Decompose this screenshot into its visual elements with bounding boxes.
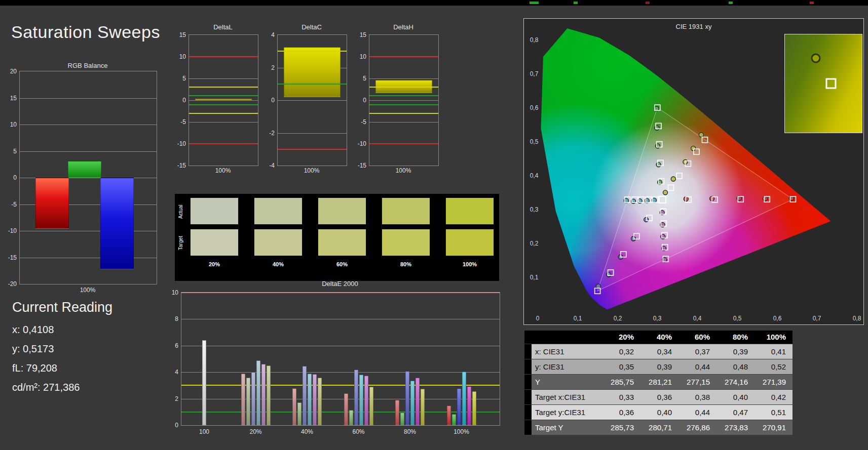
table-cell: 0,41 bbox=[754, 344, 792, 359]
table-cell: 0,36 bbox=[640, 390, 678, 404]
swatch-column-label: 100% bbox=[445, 261, 494, 267]
current-reading-x: x: 0,4108 bbox=[12, 324, 54, 336]
y-tick-label: 15 bbox=[353, 31, 366, 38]
deltae-bar bbox=[359, 375, 363, 425]
grid-line bbox=[181, 372, 500, 373]
deltae-bar bbox=[251, 372, 255, 425]
table-row: y: CIE310,350,390,440,480,52 bbox=[524, 359, 793, 375]
delta-c-plot: -4-2024 bbox=[277, 34, 347, 166]
deltae-bar bbox=[292, 388, 296, 425]
table-cell: 0,39 bbox=[640, 359, 678, 374]
y-tick-label: -5 bbox=[4, 201, 17, 208]
measured-point bbox=[763, 196, 767, 201]
y-tick-label: 0 bbox=[173, 97, 186, 104]
inset-measured-marker bbox=[811, 53, 820, 63]
y-tick-label: 0 bbox=[4, 174, 17, 181]
y-tick-label: 6 bbox=[165, 342, 178, 349]
grid-line bbox=[20, 98, 157, 99]
y-tick-label: 20 bbox=[4, 68, 17, 75]
deltae-bar bbox=[349, 410, 353, 425]
grid-line bbox=[189, 78, 258, 79]
deltae-bar bbox=[462, 372, 466, 425]
cie-y-tick: 0,1 bbox=[530, 274, 539, 281]
deltae-bar bbox=[364, 376, 368, 425]
grid-line bbox=[278, 133, 347, 134]
x-group-label: 60% bbox=[344, 428, 374, 435]
cie-x-tick: 0,3 bbox=[653, 315, 662, 322]
ref-line bbox=[369, 95, 438, 96]
table-cell: 271,39 bbox=[754, 375, 792, 389]
y-tick-label: 15 bbox=[173, 31, 186, 38]
rgb-balance-title: RGB Balance bbox=[19, 62, 156, 69]
grid-line bbox=[369, 78, 438, 79]
measurement-table: 20%40%60%80%100%x: CIE310,320,340,370,39… bbox=[524, 331, 793, 435]
deltae-bar bbox=[395, 400, 399, 425]
ref-line bbox=[189, 143, 258, 144]
current-reading-heading: Current Reading bbox=[12, 300, 112, 315]
x-group-label: 20% bbox=[241, 428, 271, 435]
x-group-label: 80% bbox=[395, 428, 425, 435]
y-tick-label: -5 bbox=[173, 118, 186, 126]
deltae-bar bbox=[354, 370, 358, 425]
rgb-balance-x-label: 100% bbox=[19, 287, 156, 294]
grid-line bbox=[189, 100, 258, 101]
row-strip bbox=[524, 405, 532, 420]
deltae-bar bbox=[369, 387, 373, 425]
delta-c-range-bar bbox=[284, 47, 341, 97]
y-tick-label: 2 bbox=[165, 395, 178, 402]
y-tick-label: 15 bbox=[4, 95, 17, 102]
row-strip bbox=[524, 390, 532, 404]
table-cell: 0,48 bbox=[716, 359, 754, 374]
ref-line bbox=[278, 149, 347, 150]
deltae-bar bbox=[457, 388, 461, 425]
current-reading-y: y: 0,5173 bbox=[12, 343, 54, 355]
table-cell: 0,36 bbox=[602, 405, 640, 420]
table-header-cell bbox=[532, 331, 602, 344]
swatch-column-label: 80% bbox=[382, 261, 430, 267]
current-reading-fl: fL: 79,208 bbox=[12, 362, 57, 374]
table-cell: 281,21 bbox=[640, 375, 678, 389]
y-tick-label: -2 bbox=[261, 130, 275, 137]
table-cell: 0,38 bbox=[678, 390, 716, 404]
table-cell: 0,44 bbox=[678, 359, 716, 374]
y-tick-label: 8 bbox=[165, 315, 178, 322]
x-group-label: 40% bbox=[292, 428, 322, 435]
grid-line bbox=[20, 125, 157, 125]
ref-line bbox=[189, 87, 258, 88]
ref-line bbox=[369, 113, 438, 114]
table-header-cell: 40% bbox=[640, 331, 678, 344]
grid-line bbox=[181, 399, 500, 399]
chart-top-line bbox=[181, 292, 500, 293]
swatch-target-80% bbox=[382, 229, 430, 256]
y-tick-label: -10 bbox=[4, 227, 17, 234]
ref-line bbox=[369, 87, 438, 88]
ref-line bbox=[278, 84, 347, 85]
row-label: Target Y bbox=[532, 420, 602, 435]
cie-y-tick: 0,8 bbox=[530, 36, 539, 44]
row-strip bbox=[524, 359, 532, 374]
y-tick-label: -15 bbox=[173, 162, 186, 169]
row-label: x: CIE31 bbox=[532, 344, 602, 359]
delta-e-plot: 024681010020%40%60%80%100% bbox=[181, 292, 500, 426]
swatch-actual-20% bbox=[190, 197, 239, 225]
table-row: Target Y285,73280,71276,86273,83270,91 bbox=[524, 420, 793, 435]
ref-line bbox=[189, 104, 258, 105]
delta-c-title: DeltaC bbox=[277, 23, 346, 31]
swatch-row-label: Actual bbox=[178, 197, 186, 226]
table-cell: 285,73 bbox=[602, 420, 640, 435]
current-reading-cdm2: cd/m²: 271,386 bbox=[12, 382, 80, 393]
table-cell: 0,44 bbox=[678, 405, 716, 420]
row-strip bbox=[524, 344, 532, 359]
y-tick-label: 2 bbox=[261, 64, 275, 71]
measured-point bbox=[607, 272, 611, 277]
deltae-bar bbox=[241, 374, 245, 425]
rgb-bar-red bbox=[35, 178, 69, 229]
measured-point bbox=[699, 133, 703, 137]
table-cell: 0,32 bbox=[602, 344, 640, 359]
cie-chart-panel: CIE 1931 xy 00,10,20,30,40,50,60,70,80,1… bbox=[523, 18, 864, 325]
measured-point bbox=[671, 177, 675, 181]
grid-line bbox=[20, 258, 157, 258]
deltae-bar bbox=[405, 371, 409, 425]
delta-l-plot: -15-10-5051015 bbox=[188, 34, 258, 166]
table-cell: 0,40 bbox=[640, 405, 678, 420]
